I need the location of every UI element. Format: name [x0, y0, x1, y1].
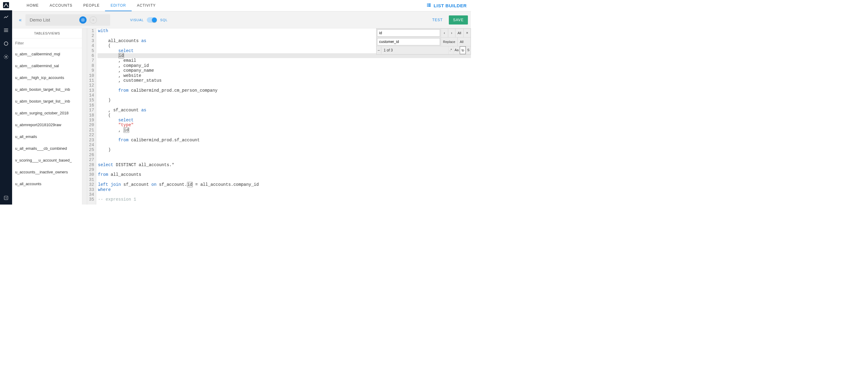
save-button[interactable]: SAVE — [449, 15, 468, 25]
table-item[interactable]: u_all_accounts — [12, 178, 82, 190]
sql-editor[interactable]: 1234567891011121314151617181920212223242… — [87, 28, 471, 205]
find-close-button[interactable]: × — [463, 29, 471, 37]
top-nav: HOMEACCOUNTSPEOPLEEDITORACTIVITY LIST BU… — [12, 0, 471, 11]
panel-gutter[interactable] — [82, 28, 87, 205]
svg-rect-15 — [82, 19, 83, 20]
list-icon — [427, 3, 431, 8]
collapse-sidebar-button[interactable]: « — [17, 17, 24, 23]
rail-help-icon[interactable]: ? — [0, 191, 12, 205]
svg-point-5 — [5, 56, 7, 58]
nav-home[interactable]: HOME — [21, 0, 44, 11]
tables-panel: TABLES/VIEWS u_abm__calibermind_mqlu_abm… — [12, 28, 82, 205]
rail-analytics-icon[interactable] — [0, 10, 12, 24]
list-builder-link[interactable]: LIST BUILDER — [427, 0, 467, 11]
svg-rect-1 — [4, 29, 8, 29]
find-next-button[interactable]: › — [448, 29, 455, 37]
find-opt-regex[interactable]: .* — [448, 46, 453, 54]
svg-rect-3 — [4, 31, 8, 32]
nav-accounts[interactable]: ACCOUNTS — [44, 0, 78, 11]
replace-button[interactable]: Replace — [441, 37, 457, 46]
svg-rect-11 — [428, 5, 431, 6]
find-status: 1 of 3 — [381, 46, 448, 54]
mode-toggle: VISUAL SQL — [130, 17, 168, 23]
add-icon[interactable] — [90, 16, 97, 24]
svg-rect-12 — [427, 6, 428, 7]
svg-text:?: ? — [5, 196, 7, 200]
svg-rect-17 — [82, 20, 83, 21]
svg-rect-2 — [4, 30, 8, 31]
find-input[interactable] — [377, 29, 440, 37]
svg-rect-13 — [428, 6, 431, 7]
svg-rect-0 — [3, 2, 9, 8]
logo-icon — [2, 1, 10, 9]
replace-all-button[interactable]: All — [457, 37, 465, 46]
editor-toolbar: « Demo List VISUAL — [12, 11, 471, 28]
tables-list: u_abm__calibermind_mqlu_abm__calibermind… — [12, 48, 82, 205]
replace-input[interactable] — [377, 38, 440, 45]
table-item[interactable]: u_all_emails — [12, 131, 82, 143]
table-item[interactable]: u_abm_boston_target_list__inb — [12, 95, 82, 107]
rail-list-icon[interactable] — [0, 24, 12, 37]
svg-rect-9 — [428, 4, 431, 4]
find-prev-button[interactable]: ‹ — [441, 29, 448, 37]
svg-rect-18 — [83, 20, 84, 21]
editor-code[interactable]: with all_accounts as ( select id , email… — [96, 28, 471, 205]
nav-activity[interactable]: ACTIVITY — [132, 0, 161, 11]
compute-icon[interactable] — [79, 16, 87, 24]
tables-filter-input[interactable] — [15, 41, 79, 45]
find-replace-panel: ‹ › All × Replace All – 1 of 3 . — [376, 28, 471, 55]
tables-header: TABLES/VIEWS — [12, 28, 82, 38]
list-title-field[interactable]: Demo List — [25, 14, 110, 26]
find-opt-case[interactable]: Aa — [453, 46, 460, 54]
mode-switch[interactable] — [147, 17, 157, 23]
find-opt-selection[interactable]: S — [466, 46, 471, 54]
table-item[interactable]: u_abm_boston_target_list__inb — [12, 84, 82, 95]
table-item[interactable]: u_abmreport20181029raw — [12, 119, 82, 131]
nav-people[interactable]: PEOPLE — [78, 0, 105, 11]
nav-editor[interactable]: EDITOR — [105, 0, 131, 11]
app-logo[interactable] — [0, 0, 12, 10]
editor-gutter: 1234567891011121314151617181920212223242… — [87, 28, 96, 205]
svg-rect-14 — [82, 19, 84, 21]
test-button[interactable]: TEST — [430, 16, 445, 24]
svg-rect-16 — [83, 19, 84, 20]
find-toggle-button[interactable]: – — [376, 46, 381, 54]
svg-rect-8 — [427, 4, 428, 4]
find-all-button[interactable]: All — [455, 29, 463, 37]
table-item[interactable]: u_abm_surging_october_2018 — [12, 107, 82, 119]
table-item[interactable]: u_abm__calibermind_sal — [12, 60, 82, 72]
list-builder-label: LIST BUILDER — [434, 3, 467, 8]
mode-visual-label[interactable]: VISUAL — [130, 18, 144, 22]
rail-settings-icon[interactable] — [0, 50, 12, 64]
switch-knob — [152, 18, 157, 22]
find-opt-word[interactable]: \b — [460, 46, 465, 54]
list-title: Demo List — [30, 17, 50, 22]
svg-rect-10 — [427, 5, 428, 6]
svg-point-4 — [4, 42, 8, 45]
mode-sql-label[interactable]: SQL — [160, 18, 168, 22]
table-item[interactable]: u_accounts__inactive_owners — [12, 166, 82, 178]
table-item[interactable]: v_scoring___u_account_based_ — [12, 154, 82, 166]
rail-circle-icon[interactable] — [0, 37, 12, 50]
table-item[interactable]: u_abm__high_icp_accounts — [12, 72, 82, 84]
table-item[interactable]: u_all_emails___cb_combined — [12, 143, 82, 154]
table-item[interactable]: u_abm__calibermind_mql — [12, 48, 82, 60]
tables-filter-wrap — [12, 38, 82, 48]
left-rail: ? — [0, 0, 12, 205]
